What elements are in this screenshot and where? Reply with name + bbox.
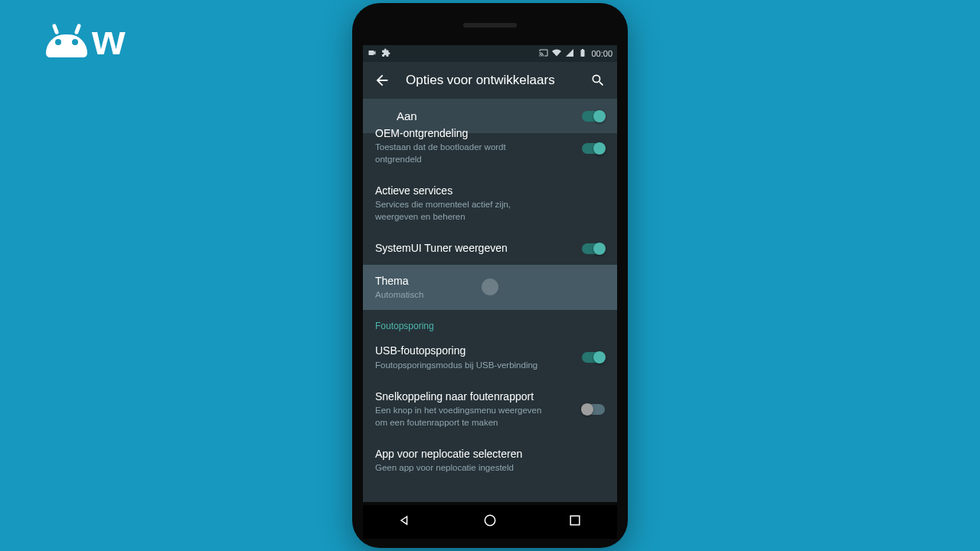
row-usb-debug[interactable]: USB-foutopsporing Foutopsporingsmodus bi… <box>363 334 617 380</box>
android-nav-bar <box>363 505 617 539</box>
svg-rect-1 <box>570 516 580 525</box>
puzzle-icon <box>381 48 390 59</box>
row-subtitle: Geen app voor neplocatie ingesteld <box>375 462 544 474</box>
row-oem-unlock[interactable]: OEM-ontgrendeling Toestaan dat de bootlo… <box>363 122 617 174</box>
logo-letter: w <box>92 23 122 57</box>
phone-screen: 00:00 Opties voor ontwikkelaars Aan OEM-… <box>363 45 617 502</box>
nav-recent-icon[interactable] <box>567 513 583 531</box>
row-bugreport-shortcut[interactable]: Snelkoppeling naar foutenrapport Een kno… <box>363 380 617 438</box>
switch-bugreport[interactable] <box>582 404 605 415</box>
phone-frame: 00:00 Opties voor ontwikkelaars Aan OEM-… <box>352 3 628 548</box>
row-title: USB-foutopsporing <box>375 344 605 357</box>
row-systemui-tuner[interactable]: SystemUI Tuner weergeven <box>363 232 617 264</box>
phone-speaker <box>463 23 517 28</box>
row-title: Snelkoppeling naar foutenrapport <box>375 390 605 403</box>
switch-usb-debug[interactable] <box>582 352 605 363</box>
cast-icon <box>539 48 548 59</box>
camera-icon <box>368 48 377 59</box>
row-subtitle: Een knop in het voedingsmenu weergeven o… <box>375 405 544 429</box>
signal-icon <box>565 48 574 59</box>
row-theme[interactable]: Thema Automatisch <box>363 265 617 311</box>
settings-list[interactable]: OEM-ontgrendeling Toestaan dat de bootlo… <box>363 122 617 502</box>
wifi-icon <box>552 48 561 59</box>
page-title: Opties voor ontwikkelaars <box>406 73 574 88</box>
row-title: Actieve services <box>375 184 605 197</box>
row-title: OEM-ontgrendeling <box>375 126 605 140</box>
row-subtitle: Toestaan dat de bootloader wordt ontgren… <box>375 142 544 165</box>
brand-logo: w <box>46 23 122 57</box>
master-toggle-label: Aan <box>397 109 582 122</box>
clock-text: 00:00 <box>591 49 612 58</box>
battery-icon <box>578 48 587 59</box>
master-switch[interactable] <box>582 111 605 122</box>
status-bar: 00:00 <box>363 45 617 62</box>
search-icon[interactable] <box>590 72 606 89</box>
row-title: App voor neplocatie selecteren <box>375 447 605 461</box>
row-subtitle: Foutopsporingsmodus bij USB-verbinding <box>375 360 544 372</box>
row-subtitle: Services die momenteel actief zijn, weer… <box>375 199 544 223</box>
touch-indicator-icon <box>482 279 498 295</box>
row-title: SystemUI Tuner weergeven <box>375 241 605 255</box>
switch-sysui[interactable] <box>582 243 605 254</box>
nav-back-icon[interactable] <box>397 513 413 531</box>
android-icon <box>46 25 87 57</box>
section-header-debug: Foutopsporing <box>363 310 617 334</box>
switch-oem[interactable] <box>582 143 605 154</box>
row-mock-location[interactable]: App voor neplocatie selecteren Geen app … <box>363 438 617 484</box>
row-subtitle: Automatisch <box>375 289 544 302</box>
nav-home-icon[interactable] <box>482 513 498 531</box>
row-active-services[interactable]: Actieve services Services die momenteel … <box>363 174 617 232</box>
app-bar: Opties voor ontwikkelaars <box>363 62 617 99</box>
svg-point-0 <box>485 515 495 525</box>
back-icon[interactable] <box>374 72 390 89</box>
